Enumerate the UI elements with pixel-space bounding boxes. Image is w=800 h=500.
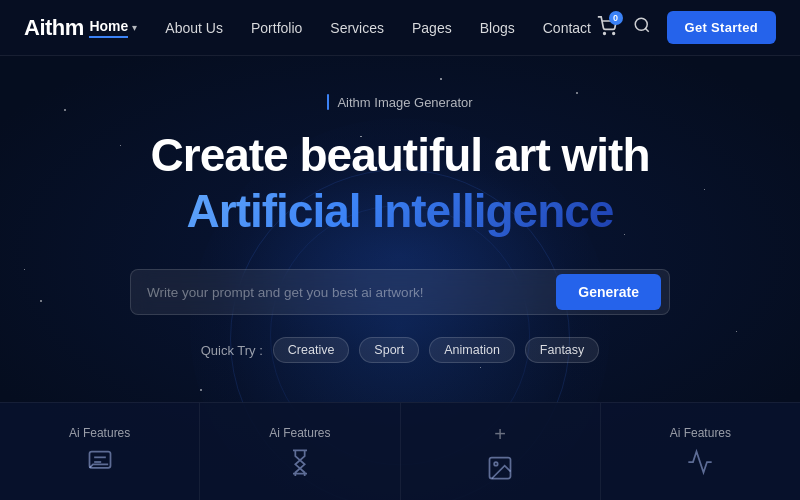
prompt-input[interactable] xyxy=(147,272,552,313)
hero-title-line1: Create beautiful art with xyxy=(151,130,650,181)
chart-icon xyxy=(686,448,714,480)
nav-link-contact[interactable]: Contact xyxy=(543,20,591,36)
nav-link-pages[interactable]: Pages xyxy=(412,20,452,36)
svg-point-8 xyxy=(494,462,498,466)
chevron-down-icon: ▾ xyxy=(132,22,137,33)
nav-link-blogs[interactable]: Blogs xyxy=(480,20,515,36)
nav-item-blogs[interactable]: Blogs xyxy=(480,19,515,37)
nav-item-home[interactable]: Home ▾ xyxy=(89,18,137,38)
tag-animation[interactable]: Animation xyxy=(429,337,515,363)
tag-creative[interactable]: Creative xyxy=(273,337,350,363)
plus-icon: + xyxy=(494,423,506,446)
nav-item-contact[interactable]: Contact xyxy=(543,19,591,37)
brand-logo[interactable]: Aithm xyxy=(24,15,84,41)
label-bar xyxy=(327,94,329,110)
navbar: Aithm Home ▾ About Us Portfolio Services… xyxy=(0,0,800,56)
svg-point-1 xyxy=(612,32,614,34)
nav-item-about[interactable]: About Us xyxy=(165,19,223,37)
feature-item-3[interactable]: + xyxy=(401,403,601,500)
quick-try: Quick Try : Creative Sport Animation Fan… xyxy=(201,337,600,363)
nav-item-pages[interactable]: Pages xyxy=(412,19,452,37)
hero-search-bar: Generate xyxy=(130,269,670,315)
tag-fantasy[interactable]: Fantasy xyxy=(525,337,599,363)
get-started-button[interactable]: Get Started xyxy=(667,11,776,44)
hero-section: Aithm Image Generator Create beautiful a… xyxy=(0,56,800,500)
quick-try-label: Quick Try : xyxy=(201,343,263,358)
cart-button[interactable]: 0 xyxy=(597,16,617,40)
hourglass-icon xyxy=(286,448,314,480)
feature-label-4: Ai Features xyxy=(670,426,731,440)
search-icon[interactable] xyxy=(633,16,651,39)
hero-label-text: Aithm Image Generator xyxy=(337,95,472,110)
tag-sport[interactable]: Sport xyxy=(359,337,419,363)
hero-label: Aithm Image Generator xyxy=(327,94,472,110)
feature-item-4[interactable]: Ai Features xyxy=(601,403,800,500)
hero-content: Aithm Image Generator Create beautiful a… xyxy=(0,94,800,395)
nav-link-services[interactable]: Services xyxy=(330,20,384,36)
svg-point-2 xyxy=(635,18,647,30)
svg-line-3 xyxy=(645,28,648,31)
hero-title-line2: Artificial Intelligence xyxy=(187,185,614,238)
feature-item-2[interactable]: Ai Features xyxy=(200,403,400,500)
generate-button[interactable]: Generate xyxy=(556,274,661,310)
nav-right: 0 Get Started xyxy=(597,11,776,44)
nav-link-home[interactable]: Home xyxy=(89,18,128,38)
nav-link-portfolio[interactable]: Portfolio xyxy=(251,20,302,36)
features-bar: Ai Features Ai Features + Ai Features xyxy=(0,402,800,500)
feature-label-1: Ai Features xyxy=(69,426,130,440)
cart-badge: 0 xyxy=(609,11,623,25)
nav-item-services[interactable]: Services xyxy=(330,19,384,37)
feature-item-1[interactable]: Ai Features xyxy=(0,403,200,500)
nav-link-about[interactable]: About Us xyxy=(165,20,223,36)
chat-icon xyxy=(86,448,114,480)
image-gen-icon xyxy=(486,454,514,486)
nav-item-portfolio[interactable]: Portfolio xyxy=(251,19,302,37)
feature-label-2: Ai Features xyxy=(269,426,330,440)
svg-point-0 xyxy=(603,32,605,34)
nav-links: Home ▾ About Us Portfolio Services Pages… xyxy=(89,18,591,38)
